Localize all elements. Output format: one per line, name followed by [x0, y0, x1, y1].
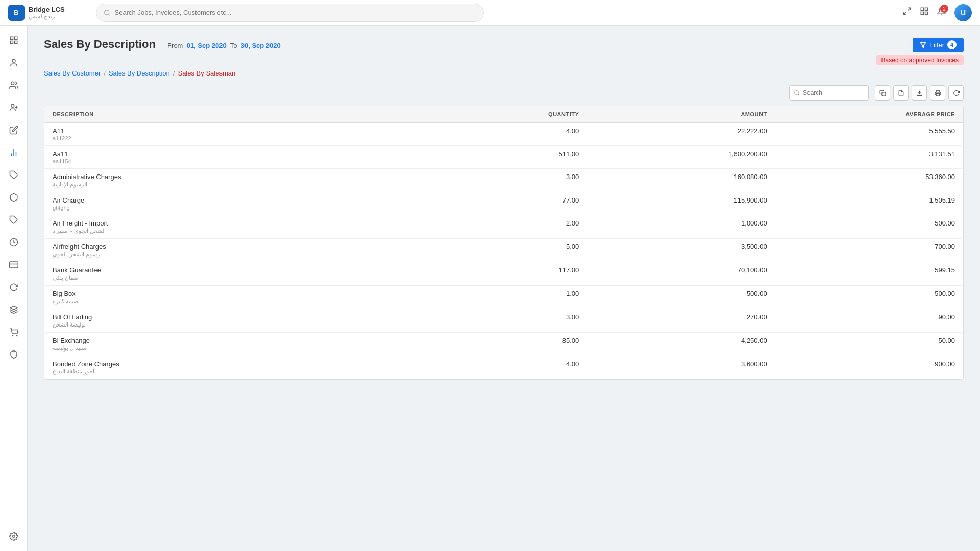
svg-point-29	[795, 91, 799, 95]
sidebar-item-users[interactable]	[4, 76, 23, 95]
cell-amount: 115,900.00	[579, 196, 767, 211]
data-table: DESCRIPTION QUANTITY AMOUNT AVERAGE PRIC…	[44, 106, 964, 380]
svg-line-3	[903, 12, 906, 15]
content-area: Sales By Description From 01, Sep 2020 T…	[28, 26, 980, 551]
cell-amount: 70,100.00	[579, 266, 767, 281]
svg-rect-6	[925, 12, 928, 15]
breadcrumb-item-description[interactable]: Sales By Description	[109, 69, 170, 77]
svg-marker-24	[10, 306, 17, 310]
sidebar-item-layers[interactable]	[4, 300, 23, 319]
table-toolbar	[44, 85, 964, 101]
notification-icon[interactable]: 2	[937, 7, 946, 18]
sidebar-item-clock[interactable]	[4, 233, 23, 252]
sidebar-item-settings[interactable]	[4, 527, 23, 546]
table-row[interactable]: Big Box صبينة كبيرة 1.00 500.00 500.00	[44, 286, 963, 309]
cell-qty: 3.00	[429, 173, 579, 188]
sidebar-item-box[interactable]	[4, 188, 23, 207]
cell-amount: 160,080.00	[579, 173, 767, 188]
table-search-wrap[interactable]	[789, 85, 869, 101]
svg-rect-4	[921, 8, 923, 10]
cell-qty: 5.00	[429, 243, 579, 258]
svg-line-1	[108, 14, 109, 15]
sidebar-item-dashboard[interactable]	[4, 31, 23, 50]
sidebar-item-tag2[interactable]	[4, 210, 23, 230]
cell-avg: 90.00	[767, 313, 955, 328]
avatar[interactable]: U	[954, 4, 972, 21]
cell-amount: 3,500.00	[579, 243, 767, 258]
table-row[interactable]: Air Freight - Import الشحن الجوي - استير…	[44, 215, 963, 239]
filter-button[interactable]: Filter 4	[913, 38, 964, 52]
cell-avg: 500.00	[767, 290, 955, 305]
sidebar-item-credit-card[interactable]	[4, 255, 23, 274]
global-search-bar[interactable]	[96, 4, 484, 22]
page-title: Sales By Description	[44, 38, 156, 51]
table-row[interactable]: Bank Guarantee ضمان بنكي 117.00 70,100.0…	[44, 262, 963, 286]
fullscreen-icon[interactable]	[902, 7, 912, 18]
svg-point-13	[11, 82, 14, 85]
cell-description: A11 a11222	[53, 127, 429, 141]
table-row[interactable]: Airfreight Charges رسوم الشحن الجوي 5.00…	[44, 239, 963, 262]
svg-rect-31	[881, 92, 885, 95]
sidebar-item-shield[interactable]	[4, 345, 23, 364]
excel-button[interactable]	[893, 85, 909, 101]
cell-description: Bl Exchange استبدال بوليصة	[53, 337, 429, 352]
sidebar-item-user[interactable]	[4, 53, 23, 72]
cell-avg: 5,555.50	[767, 127, 955, 141]
cell-avg: 53,360.00	[767, 173, 955, 188]
cell-avg: 900.00	[767, 360, 955, 375]
col-amount: AMOUNT	[579, 111, 767, 117]
download-button[interactable]	[912, 85, 927, 101]
cell-description: Administrative Charges الرسوم الإدارية	[53, 173, 429, 188]
table-row[interactable]: A11 a11222 4.00 22,222.00 5,555.50	[44, 123, 963, 146]
table-row[interactable]: Air Charge ghfghg 77.00 115,900.00 1,505…	[44, 192, 963, 215]
sidebar-item-cart[interactable]	[4, 322, 23, 342]
apps-icon[interactable]	[920, 7, 929, 18]
breadcrumb: Sales By Customer / Sales By Description…	[44, 69, 964, 77]
copy-button[interactable]	[875, 85, 890, 101]
notification-badge: 2	[940, 5, 948, 13]
print-button[interactable]	[930, 85, 945, 101]
svg-rect-9	[14, 37, 17, 39]
cell-amount: 270.00	[579, 313, 767, 328]
sidebar-item-analytics[interactable]	[4, 143, 23, 162]
table-row[interactable]: Administrative Charges الرسوم الإدارية 3…	[44, 169, 963, 192]
table-row[interactable]: Bl Exchange استبدال بوليصة 85.00 4,250.0…	[44, 333, 963, 356]
cell-description: Bonded Zone Charges أجور منطقة البداع	[53, 360, 429, 375]
cell-qty: 2.00	[429, 219, 579, 234]
sidebar-item-refresh[interactable]	[4, 278, 23, 297]
svg-marker-28	[920, 42, 926, 47]
svg-line-2	[908, 8, 911, 10]
approved-badge: Based on approved Invoices	[876, 55, 964, 65]
cell-description: Big Box صبينة كبيرة	[53, 290, 429, 305]
global-search-input[interactable]	[115, 9, 476, 16]
cell-avg: 700.00	[767, 243, 955, 258]
app-name: Bridge LCS	[29, 6, 65, 13]
table-row[interactable]: Aa11 aa1154 511.00 1,600,200.00 3,131.51	[44, 146, 963, 169]
table-search-input[interactable]	[803, 89, 864, 96]
sidebar-item-tag[interactable]	[4, 165, 23, 185]
breadcrumb-item-customer[interactable]: Sales By Customer	[44, 69, 101, 77]
page-header: Sales By Description From 01, Sep 2020 T…	[44, 38, 964, 65]
cell-qty: 3.00	[429, 313, 579, 328]
cell-amount: 4,250.00	[579, 337, 767, 352]
table-search-icon	[794, 90, 800, 96]
cell-qty: 511.00	[429, 150, 579, 164]
svg-rect-33	[936, 93, 940, 95]
cell-amount: 500.00	[579, 290, 767, 305]
cell-qty: 4.00	[429, 127, 579, 141]
breadcrumb-item-salesman[interactable]: Sales By Salesman	[178, 69, 235, 77]
col-quantity: QUANTITY	[429, 111, 579, 117]
col-avg-price: AVERAGE PRICE	[767, 111, 955, 117]
table-row[interactable]: Bill Of Lading بوليصة الشحن 3.00 270.00 …	[44, 309, 963, 333]
cell-amount: 3,600.00	[579, 360, 767, 375]
refresh-button[interactable]	[948, 85, 964, 101]
sidebar-item-edit[interactable]	[4, 120, 23, 140]
cell-description: Airfreight Charges رسوم الشحن الجوي	[53, 243, 429, 258]
svg-rect-8	[10, 37, 13, 39]
sidebar-item-add-user[interactable]	[4, 98, 23, 117]
logo-image: B	[8, 5, 24, 21]
cell-qty: 117.00	[429, 266, 579, 281]
table-row[interactable]: Bonded Zone Charges أجور منطقة البداع 4.…	[44, 356, 963, 379]
cell-qty: 77.00	[429, 196, 579, 211]
svg-point-0	[105, 10, 109, 14]
